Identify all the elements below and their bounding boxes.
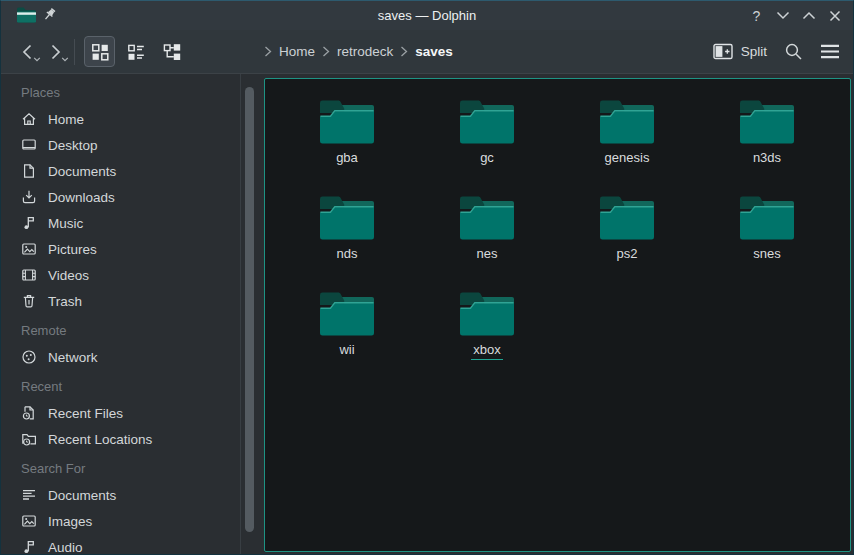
forward-button[interactable] (41, 36, 69, 68)
sidebar-item-recent-files[interactable]: Recent Files (1, 400, 264, 426)
folder-icon (458, 290, 516, 336)
sidebar-section-label: Recent (1, 374, 264, 400)
search-button[interactable] (784, 42, 803, 61)
sidebar-item-images[interactable]: Images (1, 508, 264, 534)
details-view-button[interactable] (120, 36, 151, 67)
folder-label: n3ds (751, 150, 783, 168)
sidebar-item-network[interactable]: Network (1, 344, 264, 370)
folder-genesis[interactable]: genesis (557, 98, 697, 194)
sidebar-item-label: Audio (48, 540, 83, 555)
sidebar-item-label: Recent Files (48, 406, 123, 421)
folder-label: nds (335, 246, 360, 264)
sidebar-item-downloads[interactable]: Downloads (1, 184, 264, 210)
sidebar-divider (240, 74, 241, 554)
tree-view-button[interactable] (156, 36, 187, 67)
text-lines-icon (21, 487, 37, 503)
folder-label: xbox (471, 342, 502, 360)
sidebar-item-audio[interactable]: Audio (1, 534, 264, 554)
sidebar-item-documents[interactable]: Documents (1, 158, 264, 184)
sidebar-item-documents[interactable]: Documents (1, 482, 264, 508)
breadcrumb-segment-home[interactable]: Home (279, 44, 315, 59)
folder-nes[interactable]: nes (417, 194, 557, 290)
close-button[interactable] (825, 6, 844, 25)
sidebar-item-home[interactable]: Home (1, 106, 264, 132)
folder-label: snes (751, 246, 782, 264)
folder-label: genesis (603, 150, 652, 168)
sidebar-item-label: Downloads (48, 190, 115, 205)
help-button[interactable]: ? (747, 6, 766, 25)
sidebar-item-pictures[interactable]: Pictures (1, 236, 264, 262)
titlebar: saves — Dolphin ? (1, 1, 853, 30)
folder-label: gc (478, 150, 496, 168)
folder-label: wii (337, 342, 356, 360)
sidebar-item-trash[interactable]: Trash (1, 288, 264, 314)
sidebar-item-label: Documents (48, 488, 116, 503)
back-button[interactable] (13, 36, 41, 68)
folder-snes[interactable]: snes (697, 194, 837, 290)
sidebar-item-label: Recent Locations (48, 432, 152, 447)
folder-ps2[interactable]: ps2 (557, 194, 697, 290)
sidebar-item-label: Network (48, 350, 98, 365)
back-dropdown-caret[interactable] (33, 48, 41, 66)
video-icon (21, 267, 37, 283)
folder-icon (318, 98, 376, 144)
maximize-button[interactable] (799, 6, 818, 25)
toolbar-right: Split (713, 30, 840, 73)
window-controls: ? (747, 1, 844, 30)
folder-n3ds[interactable]: n3ds (697, 98, 837, 194)
sidebar-item-label: Images (48, 514, 92, 529)
folder-icon (738, 98, 796, 144)
folder-icon (738, 194, 796, 240)
split-button[interactable]: Split (713, 43, 767, 60)
sidebar-item-label: Videos (48, 268, 89, 283)
sidebar-section-label: Places (1, 80, 264, 106)
icons-view-button[interactable] (84, 36, 115, 67)
folder-gc[interactable]: gc (417, 98, 557, 194)
close-icon (829, 10, 841, 22)
breadcrumb-chevron-icon (400, 46, 408, 57)
dolphin-window: saves — Dolphin ? (0, 0, 854, 555)
sidebar-item-desktop[interactable]: Desktop (1, 132, 264, 158)
sidebar-item-label: Home (48, 112, 84, 127)
network-icon (21, 349, 37, 365)
folder-grid: gba gc genesis n3ds nds nes ps2 (265, 79, 850, 386)
toolbar: Homeretrodecksaves Split (1, 30, 853, 74)
sidebar-item-label: Documents (48, 164, 116, 179)
folder-xbox[interactable]: xbox (417, 290, 557, 386)
sidebar-section-search-for: Search ForDocumentsImagesAudio (1, 456, 264, 554)
music-note-icon (21, 215, 37, 231)
breadcrumb-chevron-icon (322, 46, 330, 57)
forward-dropdown-caret[interactable] (61, 48, 69, 66)
minimize-button[interactable] (773, 6, 792, 25)
hamburger-menu-button[interactable] (820, 44, 840, 59)
sidebar-item-music[interactable]: Music (1, 210, 264, 236)
folder-label: nes (475, 246, 500, 264)
breadcrumb-segment-retrodeck[interactable]: retrodeck (337, 44, 393, 59)
chevron-up-icon (802, 11, 816, 20)
folder-gba[interactable]: gba (277, 98, 417, 194)
folder-view-panel[interactable]: gba gc genesis n3ds nds nes ps2 (264, 78, 851, 552)
split-label: Split (741, 44, 767, 59)
folder-wii[interactable]: wii (277, 290, 417, 386)
sidebar-item-label: Desktop (48, 138, 98, 153)
sidebar-item-label: Music (48, 216, 83, 231)
window-title: saves — Dolphin (1, 1, 853, 30)
folder-nds[interactable]: nds (277, 194, 417, 290)
sidebar-section-remote: RemoteNetwork (1, 318, 264, 370)
image-icon (21, 241, 37, 257)
sidebar-item-recent-locations[interactable]: Recent Locations (1, 426, 264, 452)
chevron-down-icon (776, 11, 790, 20)
folder-icon (458, 98, 516, 144)
content-area: PlacesHomeDesktopDocumentsDownloadsMusic… (1, 74, 853, 554)
breadcrumb: Homeretrodecksaves (264, 30, 453, 73)
sidebar-scrollbar[interactable] (245, 87, 254, 532)
download-icon (21, 189, 37, 205)
folder-icon (318, 194, 376, 240)
home-icon (21, 111, 37, 127)
folder-icon (318, 290, 376, 336)
sidebar-item-videos[interactable]: Videos (1, 262, 264, 288)
folder-icon (598, 98, 656, 144)
sidebar-section-label: Remote (1, 318, 264, 344)
breadcrumb-segment-saves[interactable]: saves (415, 44, 453, 59)
sidebar-section-label: Search For (1, 456, 264, 482)
